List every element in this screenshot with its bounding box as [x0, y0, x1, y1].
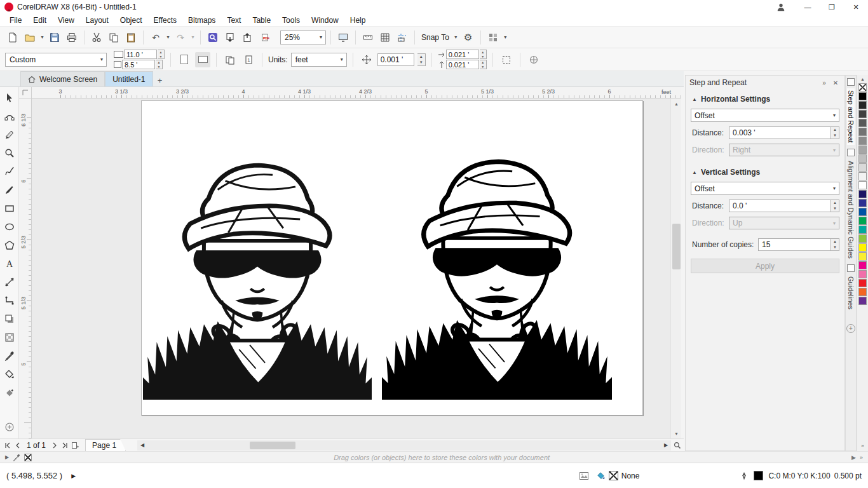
- duplicate-y-spinner[interactable]: ▲▼: [480, 60, 487, 69]
- palette-swatch[interactable]: [858, 243, 867, 252]
- palette-swatch[interactable]: [858, 226, 867, 234]
- freehand-tool[interactable]: [1, 162, 18, 180]
- page-1-tab[interactable]: Page 1: [85, 439, 126, 451]
- h-distance-field[interactable]: 0.003 ': [729, 126, 831, 139]
- vertical-scrollbar[interactable]: ▲ ▼: [670, 98, 681, 438]
- palette-swatch[interactable]: [858, 252, 867, 261]
- connector-tool[interactable]: [1, 291, 18, 309]
- menu-bitmaps[interactable]: Bitmaps: [182, 14, 221, 27]
- scroll-up-arrow[interactable]: ▲: [671, 98, 682, 109]
- publish-pdf-button[interactable]: PDF: [257, 30, 276, 45]
- launcher-chevron[interactable]: ▾: [503, 34, 508, 40]
- docker-tab-guidelines[interactable]: Guidelines: [847, 264, 855, 311]
- horizontal-ruler[interactable]: feet 33 1/33 2/344 1/34 2/355 1/35 2/36: [32, 87, 681, 98]
- ellipse-tool[interactable]: [1, 217, 18, 236]
- menu-layout[interactable]: Layout: [80, 14, 114, 27]
- docpal-flyout-arrow[interactable]: ▶: [5, 454, 9, 460]
- copies-field[interactable]: 15: [758, 238, 831, 251]
- duplicate-distance-x-field[interactable]: 0.021 ': [446, 50, 479, 59]
- menu-file[interactable]: File: [4, 14, 27, 27]
- menu-table[interactable]: Table: [247, 14, 276, 27]
- palette-swatch[interactable]: [858, 172, 867, 180]
- palette-swatch[interactable]: [858, 119, 867, 127]
- undo-dropdown-chevron[interactable]: ▾: [165, 34, 171, 40]
- smart-fill-tool[interactable]: [1, 383, 18, 402]
- units-combo[interactable]: feet ▾: [291, 53, 347, 67]
- pan-zoom-button[interactable]: [671, 440, 684, 451]
- horizontal-mode-combo[interactable]: Offset ▾: [691, 109, 839, 122]
- outline-color-swatch[interactable]: [754, 471, 763, 480]
- tab-untitled-1[interactable]: Untitled-1: [105, 71, 153, 86]
- eyedropper-tool[interactable]: [1, 346, 18, 365]
- scroll-right-arrow[interactable]: ▶: [661, 440, 671, 451]
- palette-expand-button[interactable]: »: [861, 443, 864, 449]
- copies-spinner[interactable]: ▲▼: [831, 238, 839, 251]
- cut-button[interactable]: [89, 30, 104, 45]
- palette-swatch[interactable]: [858, 279, 867, 287]
- tab-welcome-screen[interactable]: Welcome Screen: [20, 71, 105, 86]
- artistic-media-tool[interactable]: [1, 180, 18, 199]
- rectangle-tool[interactable]: [1, 199, 18, 217]
- page-width-field[interactable]: 11.0 ': [124, 50, 157, 59]
- palette-swatch[interactable]: [858, 270, 867, 278]
- show-grid-button[interactable]: [377, 30, 393, 45]
- vertical-settings-header[interactable]: ▲ Vertical Settings: [686, 163, 844, 179]
- palette-swatch[interactable]: [858, 110, 867, 118]
- outline-pen-icon[interactable]: [740, 471, 749, 480]
- current-page-button[interactable]: 1: [241, 52, 256, 67]
- horizontal-settings-header[interactable]: ▲ Horizontal Settings: [686, 90, 844, 106]
- menu-window[interactable]: Window: [306, 14, 344, 27]
- palette-scroll-up[interactable]: ▲: [860, 75, 865, 83]
- scroll-down-arrow[interactable]: ▼: [671, 428, 682, 438]
- add-page-button[interactable]: [70, 440, 80, 451]
- menu-edit[interactable]: Edit: [27, 14, 52, 27]
- redo-dropdown-chevron[interactable]: ▾: [190, 34, 196, 40]
- apply-button[interactable]: Apply: [691, 259, 839, 273]
- palette-swatch[interactable]: [858, 146, 867, 154]
- v-distance-field[interactable]: 0.0 ': [729, 200, 831, 212]
- transparency-tool[interactable]: [1, 328, 18, 346]
- full-screen-preview-button[interactable]: [336, 30, 351, 45]
- palette-swatch[interactable]: [858, 128, 867, 136]
- palette-swatch[interactable]: [858, 181, 867, 189]
- palette-swatch[interactable]: [858, 288, 867, 296]
- interactive-fill-tool[interactable]: [1, 365, 18, 383]
- horizontal-scroll-thumb[interactable]: [250, 442, 295, 449]
- dimension-tool[interactable]: [1, 273, 18, 291]
- save-button[interactable]: [47, 30, 62, 45]
- fill-none-swatch[interactable]: [609, 471, 618, 480]
- portrait-button[interactable]: [177, 52, 192, 67]
- docpal-none-swatch[interactable]: [24, 454, 32, 461]
- ruler-origin-corner[interactable]: [19, 87, 32, 98]
- page-height-spinner[interactable]: ▲▼: [156, 60, 163, 69]
- docker-tab-alignment-and-dynamic-guides[interactable]: Alignment and Dynamic Guides: [847, 149, 855, 261]
- palette-swatch[interactable]: [858, 190, 867, 198]
- export-button[interactable]: [240, 30, 255, 45]
- open-dropdown-chevron[interactable]: ▾: [39, 34, 45, 40]
- import-button[interactable]: [222, 30, 238, 45]
- docker-collapse-icon[interactable]: »: [819, 79, 829, 86]
- landscape-button[interactable]: [195, 52, 210, 67]
- polygon-tool[interactable]: [1, 236, 18, 254]
- crop-tool[interactable]: [1, 125, 18, 144]
- docpal-scroll-right[interactable]: ▶: [851, 454, 856, 461]
- page-width-spinner[interactable]: ▲▼: [158, 50, 165, 59]
- minimize-button[interactable]: —: [796, 0, 820, 14]
- nudge-offset-field[interactable]: 0.001 ': [377, 53, 414, 66]
- new-document-button[interactable]: [5, 30, 20, 45]
- add-tools-button[interactable]: [1, 417, 18, 436]
- vertical-mode-combo[interactable]: Offset ▾: [691, 182, 839, 195]
- docker-tab-step-and-repeat[interactable]: Step and Repeat: [847, 78, 855, 145]
- menu-effects[interactable]: Effects: [148, 14, 182, 27]
- last-page-button[interactable]: [60, 440, 70, 451]
- artwork-right[interactable]: [382, 152, 612, 400]
- options-button[interactable]: ⚙: [461, 30, 476, 45]
- menu-view[interactable]: View: [52, 14, 80, 27]
- page-preset-combo[interactable]: Custom ▾: [5, 53, 107, 67]
- coords-flyout-arrow[interactable]: ▶: [71, 473, 76, 479]
- scroll-left-arrow[interactable]: ◀: [137, 440, 147, 451]
- nudge-offset-spinner[interactable]: ▲▼: [417, 53, 426, 66]
- page-height-field[interactable]: 8.5 ': [122, 60, 155, 69]
- artwork-left[interactable]: [143, 156, 372, 400]
- vertical-ruler[interactable]: 6 1/365 2/35 1/35: [19, 98, 32, 438]
